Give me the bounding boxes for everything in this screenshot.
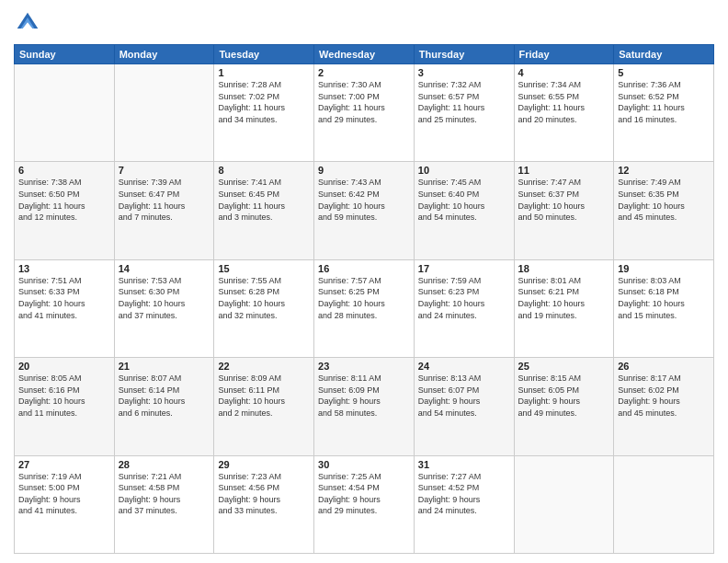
day-info: Sunrise: 8:05 AM Sunset: 6:16 PM Dayligh… (18, 373, 110, 419)
day-info: Sunrise: 7:23 AM Sunset: 4:56 PM Dayligh… (218, 471, 310, 517)
logo (14, 9, 45, 37)
day-number: 28 (119, 459, 210, 470)
calendar-week-row: 6Sunrise: 7:38 AM Sunset: 6:50 PM Daylig… (15, 162, 714, 259)
calendar-cell: 23Sunrise: 8:11 AM Sunset: 6:09 PM Dayli… (314, 358, 415, 455)
calendar-cell: 16Sunrise: 7:57 AM Sunset: 6:25 PM Dayli… (314, 259, 415, 357)
calendar-table: SundayMondayTuesdayWednesdayThursdayFrid… (14, 44, 714, 554)
calendar-cell: 18Sunrise: 8:01 AM Sunset: 6:21 PM Dayli… (514, 259, 614, 357)
calendar-cell: 20Sunrise: 8:05 AM Sunset: 6:16 PM Dayli… (15, 358, 115, 455)
calendar-cell: 7Sunrise: 7:39 AM Sunset: 6:47 PM Daylig… (114, 162, 214, 259)
day-info: Sunrise: 8:11 AM Sunset: 6:09 PM Dayligh… (318, 373, 410, 419)
day-info: Sunrise: 8:17 AM Sunset: 6:02 PM Dayligh… (618, 373, 710, 419)
page-header (14, 9, 714, 37)
day-info: Sunrise: 7:49 AM Sunset: 6:35 PM Dayligh… (618, 177, 710, 223)
calendar-cell: 14Sunrise: 7:53 AM Sunset: 6:30 PM Dayli… (114, 259, 214, 357)
calendar-cell: 28Sunrise: 7:21 AM Sunset: 4:58 PM Dayli… (114, 455, 214, 553)
day-info: Sunrise: 7:21 AM Sunset: 4:58 PM Dayligh… (119, 471, 210, 517)
day-info: Sunrise: 7:53 AM Sunset: 6:30 PM Dayligh… (119, 275, 210, 321)
day-info: Sunrise: 7:28 AM Sunset: 7:02 PM Dayligh… (218, 79, 310, 125)
day-info: Sunrise: 8:01 AM Sunset: 6:21 PM Dayligh… (518, 275, 610, 321)
day-number: 1 (218, 67, 310, 78)
day-number: 14 (119, 263, 210, 274)
day-info: Sunrise: 7:51 AM Sunset: 6:33 PM Dayligh… (18, 275, 110, 321)
day-number: 23 (318, 361, 410, 372)
calendar-cell (15, 64, 115, 162)
calendar-cell: 25Sunrise: 8:15 AM Sunset: 6:05 PM Dayli… (514, 358, 614, 455)
day-number: 17 (418, 263, 510, 274)
day-info: Sunrise: 8:13 AM Sunset: 6:07 PM Dayligh… (418, 373, 510, 419)
calendar-cell: 9Sunrise: 7:43 AM Sunset: 6:42 PM Daylig… (314, 162, 415, 259)
calendar-cell: 31Sunrise: 7:27 AM Sunset: 4:52 PM Dayli… (414, 455, 514, 553)
calendar-cell: 5Sunrise: 7:36 AM Sunset: 6:52 PM Daylig… (614, 64, 714, 162)
day-number: 31 (418, 459, 510, 470)
day-number: 16 (318, 263, 410, 274)
calendar-cell: 15Sunrise: 7:55 AM Sunset: 6:28 PM Dayli… (214, 259, 314, 357)
day-info: Sunrise: 7:39 AM Sunset: 6:47 PM Dayligh… (119, 177, 210, 223)
day-number: 7 (119, 165, 210, 176)
calendar-header-cell: Friday (514, 45, 614, 64)
day-info: Sunrise: 8:03 AM Sunset: 6:18 PM Dayligh… (618, 275, 710, 321)
day-number: 21 (119, 361, 210, 372)
day-info: Sunrise: 7:34 AM Sunset: 6:55 PM Dayligh… (518, 79, 610, 125)
day-number: 2 (318, 67, 410, 78)
calendar-cell: 29Sunrise: 7:23 AM Sunset: 4:56 PM Dayli… (214, 455, 314, 553)
day-info: Sunrise: 8:07 AM Sunset: 6:14 PM Dayligh… (119, 373, 210, 419)
calendar-body: 1Sunrise: 7:28 AM Sunset: 7:02 PM Daylig… (15, 64, 714, 554)
calendar-header-cell: Sunday (15, 45, 115, 64)
calendar-week-row: 20Sunrise: 8:05 AM Sunset: 6:16 PM Dayli… (15, 358, 714, 455)
calendar-cell: 30Sunrise: 7:25 AM Sunset: 4:54 PM Dayli… (314, 455, 415, 553)
day-number: 27 (18, 459, 110, 470)
calendar-week-row: 27Sunrise: 7:19 AM Sunset: 5:00 PM Dayli… (15, 455, 714, 553)
day-number: 25 (518, 361, 610, 372)
day-info: Sunrise: 7:59 AM Sunset: 6:23 PM Dayligh… (418, 275, 510, 321)
day-number: 11 (518, 165, 610, 176)
day-info: Sunrise: 7:57 AM Sunset: 6:25 PM Dayligh… (318, 275, 410, 321)
day-number: 4 (518, 67, 610, 78)
calendar-week-row: 1Sunrise: 7:28 AM Sunset: 7:02 PM Daylig… (15, 64, 714, 162)
day-info: Sunrise: 7:36 AM Sunset: 6:52 PM Dayligh… (618, 79, 710, 125)
day-number: 30 (318, 459, 410, 470)
day-number: 8 (218, 165, 310, 176)
day-info: Sunrise: 7:43 AM Sunset: 6:42 PM Dayligh… (318, 177, 410, 223)
calendar-header-cell: Tuesday (214, 45, 314, 64)
day-info: Sunrise: 7:41 AM Sunset: 6:45 PM Dayligh… (218, 177, 310, 223)
calendar-cell: 13Sunrise: 7:51 AM Sunset: 6:33 PM Dayli… (15, 259, 115, 357)
day-info: Sunrise: 7:25 AM Sunset: 4:54 PM Dayligh… (318, 471, 410, 517)
calendar-cell: 4Sunrise: 7:34 AM Sunset: 6:55 PM Daylig… (514, 64, 614, 162)
day-info: Sunrise: 7:55 AM Sunset: 6:28 PM Dayligh… (218, 275, 310, 321)
logo-icon (14, 9, 41, 37)
calendar-cell: 17Sunrise: 7:59 AM Sunset: 6:23 PM Dayli… (414, 259, 514, 357)
calendar-cell: 12Sunrise: 7:49 AM Sunset: 6:35 PM Dayli… (614, 162, 714, 259)
day-number: 9 (318, 165, 410, 176)
calendar-cell (614, 455, 714, 553)
day-number: 20 (18, 361, 110, 372)
day-number: 18 (518, 263, 610, 274)
calendar-cell: 21Sunrise: 8:07 AM Sunset: 6:14 PM Dayli… (114, 358, 214, 455)
calendar-cell: 26Sunrise: 8:17 AM Sunset: 6:02 PM Dayli… (614, 358, 714, 455)
calendar-cell: 8Sunrise: 7:41 AM Sunset: 6:45 PM Daylig… (214, 162, 314, 259)
day-number: 22 (218, 361, 310, 372)
calendar-cell: 22Sunrise: 8:09 AM Sunset: 6:11 PM Dayli… (214, 358, 314, 455)
day-number: 13 (18, 263, 110, 274)
calendar-header-cell: Thursday (414, 45, 514, 64)
calendar-cell: 1Sunrise: 7:28 AM Sunset: 7:02 PM Daylig… (214, 64, 314, 162)
day-number: 12 (618, 165, 710, 176)
day-number: 5 (618, 67, 710, 78)
day-info: Sunrise: 7:45 AM Sunset: 6:40 PM Dayligh… (418, 177, 510, 223)
calendar-header-cell: Monday (114, 45, 214, 64)
day-info: Sunrise: 7:47 AM Sunset: 6:37 PM Dayligh… (518, 177, 610, 223)
calendar-cell: 11Sunrise: 7:47 AM Sunset: 6:37 PM Dayli… (514, 162, 614, 259)
day-info: Sunrise: 8:09 AM Sunset: 6:11 PM Dayligh… (218, 373, 310, 419)
calendar-cell: 24Sunrise: 8:13 AM Sunset: 6:07 PM Dayli… (414, 358, 514, 455)
calendar-cell: 10Sunrise: 7:45 AM Sunset: 6:40 PM Dayli… (414, 162, 514, 259)
calendar-header-cell: Saturday (614, 45, 714, 64)
day-number: 19 (618, 263, 710, 274)
calendar-cell: 27Sunrise: 7:19 AM Sunset: 5:00 PM Dayli… (15, 455, 115, 553)
calendar-cell: 3Sunrise: 7:32 AM Sunset: 6:57 PM Daylig… (414, 64, 514, 162)
calendar-week-row: 13Sunrise: 7:51 AM Sunset: 6:33 PM Dayli… (15, 259, 714, 357)
day-info: Sunrise: 8:15 AM Sunset: 6:05 PM Dayligh… (518, 373, 610, 419)
day-number: 3 (418, 67, 510, 78)
day-info: Sunrise: 7:32 AM Sunset: 6:57 PM Dayligh… (418, 79, 510, 125)
day-number: 24 (418, 361, 510, 372)
day-info: Sunrise: 7:38 AM Sunset: 6:50 PM Dayligh… (18, 177, 110, 223)
